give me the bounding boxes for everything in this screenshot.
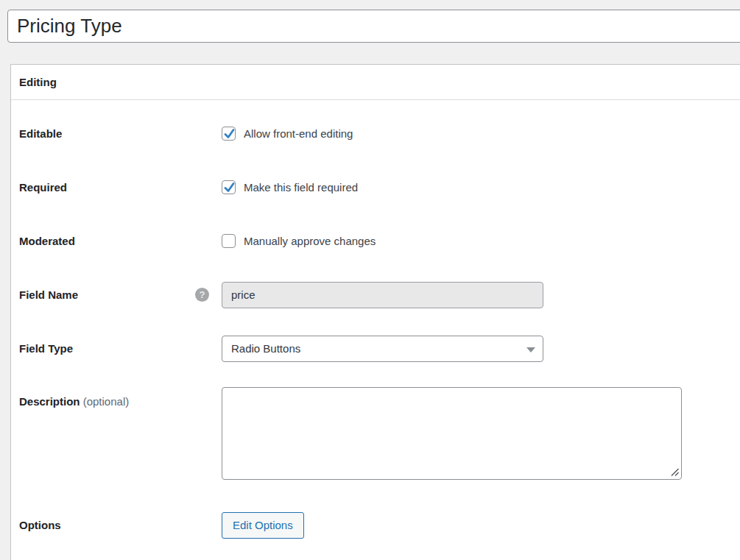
row-moderated: Moderated Manually approve changes (11, 214, 740, 268)
description-textarea-wrap (222, 387, 682, 480)
moderated-checkbox[interactable] (222, 234, 236, 248)
label-area: Field Name ? (19, 288, 222, 302)
row-label: Field Name (19, 288, 78, 301)
required-checkbox-label[interactable]: Make this field required (244, 181, 358, 194)
form-rows: Editable Allow front-end editing Require… (11, 100, 740, 552)
row-label: Moderated (19, 235, 75, 247)
row-required: Required Make this field required (11, 160, 740, 214)
label-area: Required (19, 181, 222, 194)
screen: Editing Editable Allow front-end editing… (0, 0, 740, 560)
row-label: Editable (19, 127, 62, 140)
field-name-input[interactable] (222, 282, 543, 308)
row-field-name: Field Name ? (11, 268, 740, 322)
caret-down-icon (526, 347, 535, 352)
moderated-checkbox-label[interactable]: Manually approve changes (244, 235, 376, 247)
required-checkbox[interactable] (222, 180, 236, 194)
row-label: Options (19, 519, 61, 531)
edit-options-button[interactable]: Edit Options (222, 512, 304, 539)
help-icon[interactable]: ? (195, 288, 209, 302)
description-label: Description (19, 395, 80, 408)
title-input[interactable] (7, 10, 740, 43)
label-area: Moderated (19, 235, 222, 247)
row-editable: Editable Allow front-end editing (11, 107, 740, 160)
row-field-type: Field Type Radio Buttons (11, 322, 740, 375)
description-textarea[interactable] (222, 387, 682, 480)
panel-header-title: Editing (19, 76, 57, 88)
label-area: Field Type (19, 342, 222, 355)
label-area: Editable (19, 127, 222, 140)
editing-panel: Editing Editable Allow front-end editing… (10, 64, 740, 560)
check-icon (223, 181, 236, 194)
field-type-select[interactable]: Radio Buttons (222, 336, 543, 362)
editable-checkbox-label[interactable]: Allow front-end editing (244, 127, 353, 140)
row-options: Options Edit Options (11, 498, 740, 552)
editable-checkbox[interactable] (222, 127, 236, 141)
field-type-selected-value: Radio Buttons (231, 342, 300, 355)
row-label: Required (19, 181, 67, 194)
description-label-suffix: (optional) (83, 395, 130, 408)
label-area: Options (19, 519, 222, 531)
label-area: Description (optional) (19, 375, 222, 408)
row-description: Description (optional) (11, 375, 740, 491)
row-label: Description (optional) (19, 395, 129, 408)
panel-header: Editing (11, 65, 740, 100)
check-icon (223, 127, 236, 141)
row-label: Field Type (19, 342, 73, 355)
